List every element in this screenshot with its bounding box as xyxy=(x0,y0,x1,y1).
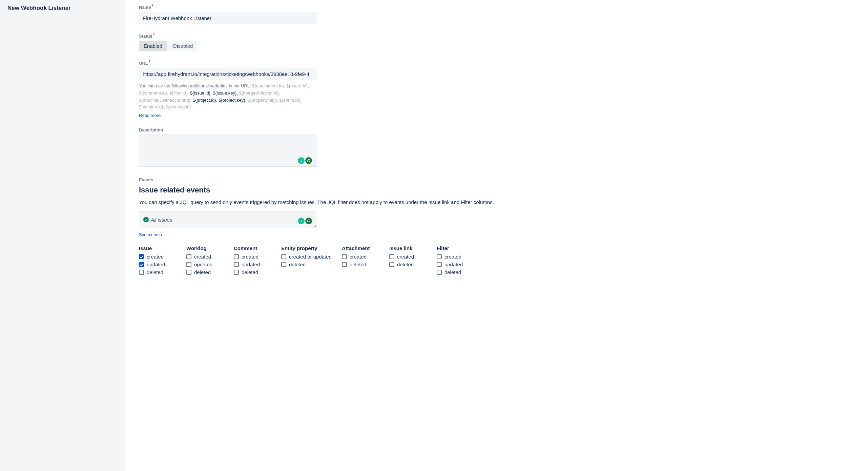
grammarly-badge[interactable]: ↓ G xyxy=(296,217,314,225)
event-checkbox-row[interactable]: created xyxy=(342,254,379,260)
event-checkbox-row[interactable]: updated xyxy=(437,262,474,267)
url-variable: ${mergedVersion.id}, xyxy=(238,90,280,96)
event-checkbox-row[interactable]: created xyxy=(139,254,176,260)
checkbox[interactable] xyxy=(342,254,347,259)
checkbox[interactable] xyxy=(186,254,191,259)
event-column: Issue linkcreateddeleted xyxy=(389,245,427,277)
checkbox[interactable] xyxy=(139,262,144,267)
event-checkbox-row[interactable]: created xyxy=(186,254,224,260)
url-variable: ${issue.key}, xyxy=(212,90,238,96)
grammarly-icon: G xyxy=(305,218,312,224)
event-column-title: Filter xyxy=(437,245,474,251)
checkbox-label: updated xyxy=(147,262,165,267)
jql-placeholder: All issues xyxy=(151,217,172,223)
checkbox[interactable] xyxy=(234,262,239,267)
event-checkbox-row[interactable]: updated xyxy=(186,262,224,267)
jql-query-input[interactable]: ✓ All issues xyxy=(139,211,316,228)
checkbox[interactable] xyxy=(389,254,394,259)
url-variable: ${filter.id}, xyxy=(168,90,189,96)
checkbox-label: deleted xyxy=(397,262,414,267)
url-variable: ${worklog.id} xyxy=(164,104,191,109)
event-checkbox-row[interactable]: updated xyxy=(139,262,176,267)
event-checkbox-row[interactable]: deleted xyxy=(389,262,427,267)
check-icon: ✓ xyxy=(143,217,149,222)
description-label: Description xyxy=(139,127,501,132)
events-heading: Issue related events xyxy=(139,186,854,194)
checkbox-label: created xyxy=(350,254,367,260)
status-label: Status* xyxy=(139,34,501,39)
name-input[interactable] xyxy=(139,12,316,24)
checkbox[interactable] xyxy=(139,254,144,259)
url-variable: ${sprint.id}, xyxy=(278,98,302,103)
events-description: You can specify a JQL query to send only… xyxy=(139,199,854,205)
checkbox-label: created xyxy=(445,254,461,260)
url-variable: ${board.id}, xyxy=(285,83,309,88)
field-description: Description ↓ G xyxy=(139,127,501,168)
checkbox-label: deleted xyxy=(242,269,258,275)
description-textarea[interactable] xyxy=(139,135,316,167)
event-checkbox-row[interactable]: deleted xyxy=(186,269,224,275)
checkbox-label: deleted xyxy=(147,269,163,275)
event-checkbox-row[interactable]: deleted xyxy=(342,262,379,267)
grammarly-badge[interactable]: ↓ G xyxy=(296,156,314,165)
event-checkbox-row[interactable]: deleted xyxy=(234,269,271,275)
syntax-help-link[interactable]: Syntax help xyxy=(139,232,162,237)
url-variable: ${modifiedUser.accountId}, xyxy=(139,98,191,103)
status-toggle-group: Enabled Disabled xyxy=(139,41,198,51)
checkbox-label: created xyxy=(194,254,211,260)
required-asterisk: * xyxy=(153,33,155,37)
event-column-title: Worklog xyxy=(186,245,224,251)
grammarly-status-icon: ↓ xyxy=(298,157,305,164)
url-help-prefix: You can use the following additional var… xyxy=(139,83,252,88)
checkbox[interactable] xyxy=(234,270,239,275)
event-column: Attachmentcreateddeleted xyxy=(342,245,379,277)
field-status: Status* Enabled Disabled xyxy=(139,34,501,51)
required-asterisk: * xyxy=(149,60,150,64)
event-checkbox-row[interactable]: created xyxy=(389,254,427,260)
url-help-text: You can use the following additional var… xyxy=(139,83,316,111)
status-disabled-button[interactable]: Disabled xyxy=(168,41,198,51)
checkbox-label: deleted xyxy=(289,262,306,267)
url-variable: ${issue.id}, xyxy=(189,90,211,96)
event-checkbox-row[interactable]: deleted xyxy=(437,269,474,275)
url-variable: ${project.key}, xyxy=(217,98,246,103)
checkbox[interactable] xyxy=(342,262,347,267)
sidebar: New Webhook Listener xyxy=(0,0,125,471)
event-checkbox-row[interactable]: deleted xyxy=(281,262,332,267)
event-column: Commentcreatedupdateddeleted xyxy=(234,245,271,277)
read-more-link[interactable]: Read more xyxy=(139,113,161,118)
event-column-title: Entity property xyxy=(281,245,332,251)
checkbox[interactable] xyxy=(437,270,442,275)
checkbox-label: created xyxy=(397,254,414,260)
checkbox[interactable] xyxy=(234,254,239,259)
checkbox[interactable] xyxy=(437,254,442,259)
url-variable: ${property.key}, xyxy=(246,98,278,103)
checkbox-label: deleted xyxy=(445,269,461,275)
checkbox[interactable] xyxy=(389,262,394,267)
status-enabled-button[interactable]: Enabled xyxy=(139,41,167,51)
checkbox-label: updated xyxy=(194,262,212,267)
checkbox[interactable] xyxy=(437,262,442,267)
checkbox-label: deleted xyxy=(350,262,366,267)
checkbox[interactable] xyxy=(281,254,286,259)
event-column: Worklogcreatedupdateddeleted xyxy=(186,245,224,277)
event-checkbox-row[interactable]: created xyxy=(437,254,474,260)
url-input[interactable] xyxy=(139,68,316,80)
url-label: URL* xyxy=(139,61,501,66)
checkbox-label: created or updated xyxy=(289,254,332,260)
event-columns: IssuecreatedupdateddeletedWorklogcreated… xyxy=(139,245,854,277)
name-label: Name* xyxy=(139,5,501,10)
checkbox-label: deleted xyxy=(194,269,211,275)
event-checkbox-row[interactable]: created or updated xyxy=(281,254,332,260)
checkbox[interactable] xyxy=(186,270,191,275)
checkbox-label: updated xyxy=(445,262,463,267)
field-url: URL* You can use the following additiona… xyxy=(139,61,501,118)
event-checkbox-row[interactable]: updated xyxy=(234,262,271,267)
checkbox-label: created xyxy=(147,254,164,260)
checkbox[interactable] xyxy=(139,270,144,275)
checkbox[interactable] xyxy=(186,262,191,267)
event-checkbox-row[interactable]: created xyxy=(234,254,271,260)
event-checkbox-row[interactable]: deleted xyxy=(139,269,176,275)
checkbox[interactable] xyxy=(281,262,286,267)
event-column-title: Issue xyxy=(139,245,176,251)
